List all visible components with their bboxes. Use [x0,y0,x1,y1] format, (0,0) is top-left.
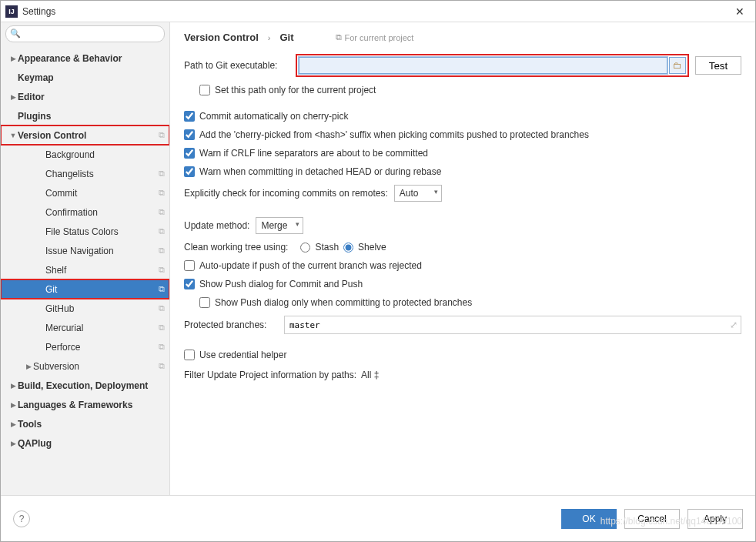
tree-item-mercurial[interactable]: Mercurial⧉ [1,318,169,337]
tree-label: Shelf [45,265,159,276]
main-panel: Version Control › Git ⧉For current proje… [170,22,755,495]
tree-label: Appearance & Behavior [18,53,165,64]
breadcrumb-current: Git [279,32,293,43]
tree-item-editor[interactable]: ▶Editor [1,87,169,106]
arrow-icon: ▼ [8,132,18,139]
tree-label: Confirmation [45,207,159,218]
show-push-protected-checkbox[interactable] [199,297,210,308]
tree-item-version-control[interactable]: ▼Version Control⧉ [1,125,169,145]
app-icon: IJ [5,5,18,18]
tree-item-changelists[interactable]: Changelists⧉ [1,164,169,183]
tree-label: Perforce [45,342,159,353]
arrow-icon: ▶ [8,55,18,62]
tree-item-perforce[interactable]: Perforce⧉ [1,337,169,356]
tree-label: Background [45,149,165,160]
path-label: Path to Git executable: [184,60,296,71]
arrow-icon: ▶ [8,420,18,428]
copy-icon: ⧉ [159,361,165,371]
tree-label: Subversion [33,361,159,372]
explicit-check-label: Explicitly check for incoming commits on… [184,188,388,199]
folder-icon: 🗀 [673,60,682,71]
search-icon: 🔍 [10,28,21,38]
set-path-only-label: Set this path only for the current proje… [215,85,376,95]
tree-item-subversion[interactable]: ▶Subversion⧉ [1,356,169,376]
tree-item-shelf[interactable]: Shelf⧉ [1,260,169,279]
arrow-icon: ▶ [8,93,18,101]
clean-tree-label: Clean working tree using: [184,242,288,253]
set-path-only-checkbox[interactable] [199,85,210,95]
tree-label: Commit [45,188,159,199]
tree-label: Plugins [18,111,165,122]
tree-label: Editor [18,92,165,102]
breadcrumb-sep: › [268,33,271,42]
warn-detached-checkbox[interactable] [184,166,195,177]
update-method-select[interactable]: Merge [256,217,303,234]
tree-label: Build, Execution, Deployment [18,380,165,391]
tree-item-file-status-colors[interactable]: File Status Colors⧉ [1,222,169,241]
copy-icon: ⧉ [159,246,165,256]
update-method-label: Update method: [184,220,249,231]
tree-label: Changelists [45,169,159,179]
copy-icon: ⧉ [159,284,165,294]
tree-item-languages-frameworks[interactable]: ▶Languages & Frameworks [1,395,169,414]
tree-item-build-execution-deployment[interactable]: ▶Build, Execution, Deployment [1,376,169,395]
tree-label: QAPlug [18,438,165,449]
tree-label: Tools [18,419,165,430]
copy-icon: ⧉ [159,188,165,198]
window-title: Settings [22,6,729,17]
tree-label: GitHub [45,303,159,314]
tree-item-appearance-behavior[interactable]: ▶Appearance & Behavior [1,49,169,68]
path-input-highlight: 🗀 [296,54,689,77]
commit-auto-checkbox[interactable] [184,111,195,122]
search-input[interactable] [5,25,165,42]
tree-item-github[interactable]: GitHub⧉ [1,299,169,318]
auto-update-checkbox[interactable] [184,260,195,271]
settings-tree: ▶Appearance & BehaviorKeymap▶EditorPlugi… [1,45,169,495]
copy-icon: ⧉ [159,303,165,313]
filter-value[interactable]: All ‡ [361,370,379,380]
show-push-checkbox[interactable] [184,279,195,289]
tree-item-git[interactable]: Git⧉ [1,279,169,299]
warn-crlf-checkbox[interactable] [184,148,195,159]
tree-label: Keymap [18,72,165,83]
sidebar: 🔍 ▶Appearance & BehaviorKeymap▶EditorPlu… [1,22,170,495]
explicit-check-select[interactable]: Auto [394,185,442,202]
ok-button[interactable]: OK [561,509,617,529]
tree-item-keymap[interactable]: Keymap [1,68,169,87]
copy-icon: ⧉ [159,130,165,140]
tree-item-issue-navigation[interactable]: Issue Navigation⧉ [1,241,169,260]
copy-icon: ⧉ [159,323,165,333]
protected-branches-input[interactable] [284,316,741,334]
arrow-icon: ▶ [8,401,18,409]
test-button[interactable]: Test [695,56,741,75]
close-icon[interactable]: ✕ [729,5,751,18]
add-suffix-checkbox[interactable] [184,129,195,140]
tree-item-background[interactable]: Background [1,145,169,164]
tree-item-qaplug[interactable]: ▶QAPlug [1,433,169,453]
tree-item-tools[interactable]: ▶Tools [1,414,169,433]
tree-item-plugins[interactable]: Plugins [1,106,169,125]
apply-button[interactable]: Apply [687,509,743,529]
shelve-radio[interactable] [343,243,353,253]
arrow-icon: ▶ [24,363,33,370]
tree-item-commit[interactable]: Commit⧉ [1,183,169,202]
browse-button[interactable]: 🗀 [669,57,686,74]
arrow-icon: ▶ [8,382,18,390]
breadcrumb-parent[interactable]: Version Control [184,32,259,43]
cancel-button[interactable]: Cancel [624,509,680,529]
tree-label: Issue Navigation [45,246,159,256]
copy-icon: ⧉ [159,169,165,179]
tree-label: Git [45,284,159,295]
git-path-input[interactable] [299,57,667,74]
tree-label: Mercurial [45,323,159,333]
tree-item-confirmation[interactable]: Confirmation⧉ [1,202,169,222]
protected-label: Protected branches: [184,320,284,330]
stash-radio[interactable] [300,243,310,253]
filter-label: Filter Update Project information by pat… [184,370,356,380]
help-button[interactable]: ? [13,510,30,527]
copy-icon: ⧉ [159,207,165,217]
copy-icon: ⧉ [159,342,165,352]
footer: ? OK Cancel Apply [1,495,755,541]
expand-icon[interactable]: ⤢ [730,320,738,330]
use-cred-checkbox[interactable] [184,350,195,360]
